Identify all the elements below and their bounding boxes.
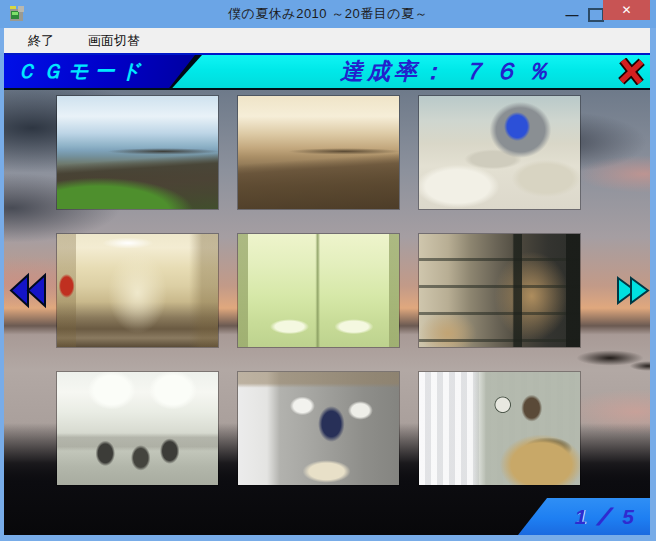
background-photo: 1 / 5 [4, 90, 650, 535]
page-total: 5 [622, 505, 634, 529]
prev-page-button[interactable] [7, 272, 47, 309]
achievement-label: 達成率： [340, 56, 448, 87]
menu-item-exit[interactable]: 終了 [18, 28, 64, 54]
next-page-button[interactable] [616, 276, 650, 305]
cg-thumbnail-6[interactable] [419, 234, 580, 347]
page-separator: / [596, 503, 614, 531]
cg-thumbnail-5[interactable] [238, 234, 399, 347]
cg-thumbnail-3[interactable] [419, 96, 580, 209]
cg-thumbnail-grid [57, 96, 580, 485]
cg-thumbnail-2[interactable] [238, 96, 399, 209]
cg-mode-label: ＣＧモード [4, 58, 147, 85]
achievement-value: ７６％ [462, 56, 558, 87]
menu-bar: 終了 画面切替 [4, 28, 650, 53]
page-current: 1 [575, 505, 587, 529]
maximize-icon [588, 8, 604, 22]
close-gallery-button[interactable] [618, 58, 645, 85]
cg-header-bar: ＣＧモード 達成率： ７６％ [4, 53, 650, 90]
cg-thumbnail-8[interactable] [238, 372, 399, 485]
minimize-button[interactable]: — [560, 0, 584, 28]
menu-item-screen-toggle[interactable]: 画面切替 [78, 28, 150, 54]
cg-thumbnail-9[interactable] [419, 372, 580, 485]
cg-thumbnail-4[interactable] [57, 234, 218, 347]
close-x-icon [621, 60, 641, 82]
cg-thumbnail-1[interactable] [57, 96, 218, 209]
cg-thumbnail-7[interactable] [57, 372, 218, 485]
cg-mode-panel: ＣＧモード [4, 55, 195, 88]
achievement-rate: 達成率： ７６％ [340, 55, 558, 88]
window-title: 僕の夏休み2010 ～20番目の夏～ [0, 0, 656, 28]
window-close-button[interactable]: ✕ [603, 0, 650, 20]
double-left-arrow-icon [11, 275, 45, 306]
page-indicator: 1 / 5 [518, 498, 650, 535]
double-right-arrow-icon [618, 278, 648, 303]
title-bar: 僕の夏休み2010 ～20番目の夏～ — ✕ [0, 0, 656, 28]
